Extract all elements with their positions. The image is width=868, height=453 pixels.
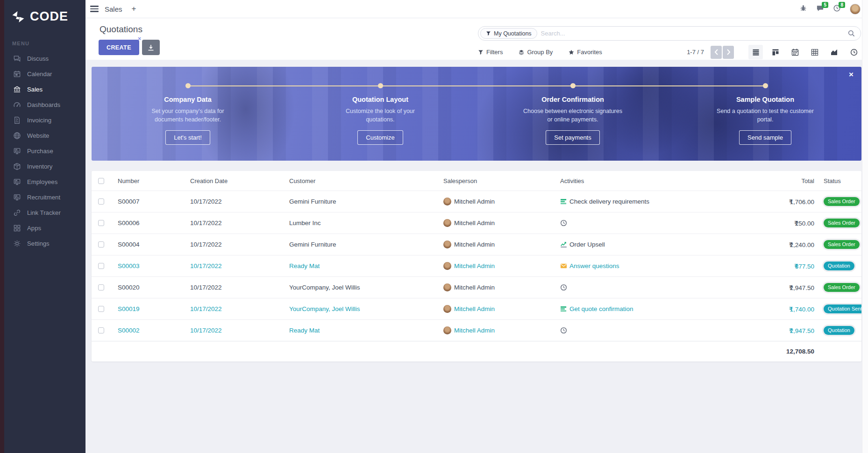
status-badge: Quotation: [824, 326, 854, 335]
group-by-button[interactable]: Group By: [519, 49, 553, 56]
messages-icon[interactable]: 5: [816, 4, 824, 14]
list-view-icon[interactable]: [748, 45, 763, 59]
currency-symbol: ₹: [789, 305, 793, 313]
row-salesperson: Mitchell Admin: [454, 262, 495, 269]
calendar-view-icon[interactable]: [788, 45, 802, 59]
star-icon: [569, 50, 574, 55]
header-total[interactable]: Total: [768, 177, 815, 184]
brand: CODE: [0, 0, 85, 24]
sidebar-item-apps[interactable]: Apps: [0, 220, 85, 236]
row-activity[interactable]: Order Upsell: [553, 241, 768, 248]
graph-view-icon[interactable]: [827, 45, 841, 59]
pager: 1-7 / 7: [687, 46, 734, 59]
row-number: S00006: [110, 219, 183, 226]
row-total: ₹250.00: [768, 219, 815, 227]
set-payments-button[interactable]: Set payments: [546, 130, 600, 145]
row-number: S00002: [110, 327, 183, 334]
activities-clock-icon[interactable]: 8: [833, 4, 841, 14]
customize-button[interactable]: Customize: [357, 130, 403, 145]
currency-symbol: ₹: [789, 198, 793, 205]
row-activity[interactable]: Answer questions: [553, 262, 768, 269]
banner-close-icon[interactable]: ×: [849, 70, 854, 79]
sidebar-item-dashboards[interactable]: Dashboards: [0, 97, 85, 113]
table-row[interactable]: S00003 10/17/2022 Ready Mat Mitchell Adm…: [92, 255, 861, 276]
row-activity[interactable]: [553, 284, 768, 291]
sidebar-item-calendar[interactable]: Calendar: [0, 66, 85, 82]
facet-remove-icon[interactable]: ×: [138, 35, 141, 42]
salesperson-avatar: [443, 262, 451, 270]
table-row[interactable]: S00002 10/17/2022 Ready Mat Mitchell Adm…: [92, 319, 861, 341]
status-badge: Quotation: [824, 262, 854, 270]
row-creation-date: 10/17/2022: [183, 219, 282, 226]
row-checkbox[interactable]: [98, 220, 104, 226]
row-checkbox[interactable]: [98, 284, 104, 290]
sidebar-item-recruitment[interactable]: Recruitment: [0, 190, 85, 205]
favorites-button[interactable]: Favorites: [569, 49, 602, 56]
filters-button[interactable]: Filters: [478, 49, 503, 56]
row-checkbox[interactable]: [98, 263, 104, 269]
table-row[interactable]: S00006 10/17/2022 Lumber Inc Mitchell Ad…: [92, 212, 861, 234]
row-creation-date: 10/17/2022: [183, 241, 282, 248]
search-facet-my-quotations[interactable]: My Quotations: [480, 28, 537, 39]
row-customer: YourCompany, Joel Willis: [282, 305, 436, 312]
row-activity[interactable]: [553, 219, 768, 226]
debug-bug-icon[interactable]: [799, 4, 807, 14]
funnel-icon: [486, 31, 491, 36]
table-row[interactable]: S00020 10/17/2022 YourCompany, Joel Will…: [92, 276, 861, 298]
lets-start-button[interactable]: Let's start!: [165, 130, 210, 145]
sidebar-item-website[interactable]: Website: [0, 128, 85, 143]
kanban-view-icon[interactable]: [768, 45, 783, 59]
step-description: Set your company's data for documents he…: [138, 107, 237, 124]
sidebar-item-settings[interactable]: Settings: [0, 236, 85, 251]
sidebar-item-inventory[interactable]: Inventory: [0, 159, 85, 174]
table-row[interactable]: S00019 10/17/2022 YourCompany, Joel Will…: [92, 298, 861, 319]
row-checkbox[interactable]: [98, 306, 104, 312]
header-creation-date[interactable]: Creation Date: [183, 177, 282, 184]
step-dot: [763, 83, 768, 88]
tasks-icon: [560, 305, 567, 312]
step-title: Order Confirmation: [477, 96, 669, 103]
sidebar-item-discuss[interactable]: Discuss: [0, 51, 85, 66]
export-download-button[interactable]: [142, 40, 160, 55]
table-body: S00007 10/17/2022 Gemini Furniture Mitch…: [92, 191, 861, 341]
onboarding-step-company-data: Company Data Set your company's data for…: [92, 67, 284, 161]
app-tab-sales[interactable]: Sales: [105, 5, 122, 13]
hamburger-menu-icon[interactable]: [90, 6, 99, 12]
search-bar[interactable]: My Quotations: [478, 26, 861, 41]
brand-name: CODE: [30, 9, 68, 24]
row-activity[interactable]: Get quote confirmation: [553, 305, 768, 312]
sidebar-item-link-tracker[interactable]: Link Tracker: [0, 205, 85, 220]
row-number: S00020: [110, 284, 183, 291]
pager-previous-button[interactable]: [711, 46, 722, 59]
user-avatar[interactable]: [850, 4, 861, 14]
sidebar-item-employees[interactable]: Employees: [0, 174, 85, 190]
header-customer[interactable]: Customer: [282, 177, 436, 184]
pager-next-button[interactable]: [723, 46, 734, 59]
send-sample-button[interactable]: Send sample: [739, 130, 791, 145]
sidebar-item-purchase[interactable]: Purchase: [0, 143, 85, 159]
scrollbar[interactable]: [862, 0, 868, 453]
search-icon[interactable]: [848, 30, 855, 37]
step-dot: [570, 83, 576, 88]
table-row[interactable]: S00004 10/17/2022 Gemini Furniture Mitch…: [92, 234, 861, 255]
row-checkbox[interactable]: [98, 198, 104, 205]
create-button[interactable]: CREATE: [99, 40, 139, 55]
row-activity[interactable]: Check delivery requirements: [553, 198, 768, 205]
header-salesperson[interactable]: Salesperson: [436, 177, 553, 184]
row-activity[interactable]: [553, 327, 768, 334]
row-checkbox[interactable]: [98, 327, 104, 333]
search-input[interactable]: [541, 30, 848, 37]
table-row[interactable]: S00007 10/17/2022 Gemini Furniture Mitch…: [92, 191, 861, 212]
header-status[interactable]: Status: [815, 177, 861, 184]
header-activities[interactable]: Activities: [553, 177, 768, 184]
new-tab-button[interactable]: +: [132, 4, 136, 14]
step-description: Customize the look of your quotations.: [331, 107, 430, 124]
sidebar-item-invoicing[interactable]: Invoicing: [0, 113, 85, 128]
currency-symbol: ₹: [794, 219, 798, 227]
header-number[interactable]: Number: [110, 177, 183, 184]
pivot-view-icon[interactable]: [807, 45, 822, 59]
row-checkbox[interactable]: [98, 241, 104, 248]
activity-view-icon[interactable]: [847, 45, 861, 59]
sidebar-item-sales[interactable]: Sales: [0, 82, 85, 97]
select-all-checkbox[interactable]: [98, 178, 104, 184]
